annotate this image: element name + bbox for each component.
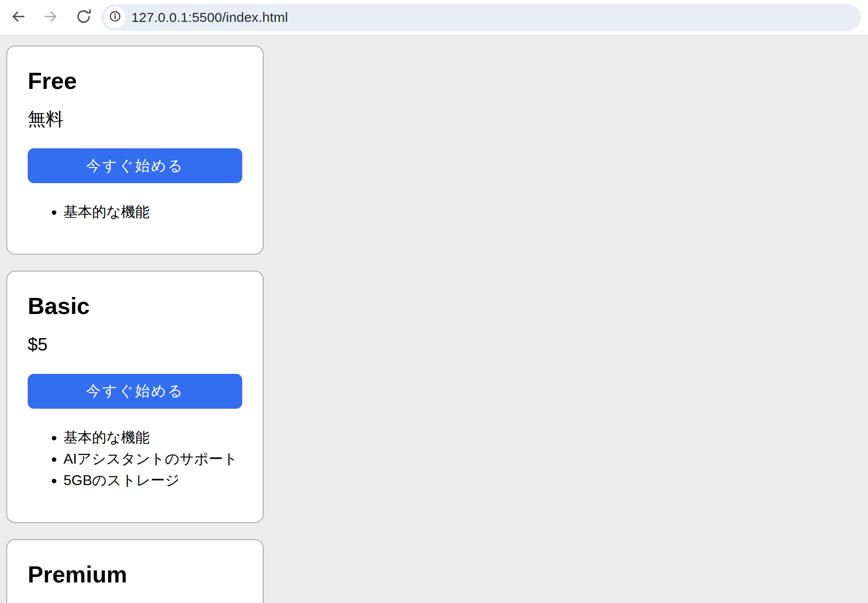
plan-name: Premium <box>28 561 242 588</box>
back-button[interactable] <box>10 9 27 26</box>
feature-item: 5GBのストレージ <box>63 469 242 491</box>
start-now-button[interactable]: 今すぐ始める <box>28 374 242 409</box>
plan-name: Basic <box>28 292 242 320</box>
forward-arrow-icon <box>42 8 59 26</box>
site-info-button[interactable] <box>104 7 126 28</box>
plan-card-free: Free 無料 今すぐ始める 基本的な機能 <box>6 46 264 255</box>
feature-list: 基本的な機能 <box>28 201 242 222</box>
feature-item: AIアシスタントのサポート <box>63 448 242 469</box>
feature-list: 基本的な機能 AIアシスタントのサポート 5GBのストレージ <box>28 427 242 491</box>
reload-icon <box>76 8 92 26</box>
feature-item: 基本的な機能 <box>63 201 242 222</box>
plan-card-basic: Basic $5 今すぐ始める 基本的な機能 AIアシスタントのサポート 5GB… <box>6 271 264 523</box>
reload-button[interactable] <box>75 9 92 26</box>
address-bar[interactable]: 127.0.0.1:5500/index.html <box>101 4 861 31</box>
start-now-button[interactable]: 今すぐ始める <box>28 148 242 183</box>
pricing-page: Free 無料 今すぐ始める 基本的な機能 Basic $5 今すぐ始める 基本… <box>0 34 868 603</box>
forward-button[interactable] <box>42 9 59 26</box>
plan-name: Free <box>28 67 242 95</box>
url-text: 127.0.0.1:5500/index.html <box>131 10 288 25</box>
browser-toolbar: 127.0.0.1:5500/index.html <box>0 0 868 34</box>
info-icon <box>109 10 121 24</box>
plan-price: $5 <box>28 334 242 355</box>
feature-item: 基本的な機能 <box>63 427 242 448</box>
back-arrow-icon <box>10 8 26 26</box>
plan-card-premium: Premium <box>6 539 264 603</box>
plan-price: 無料 <box>28 108 242 130</box>
